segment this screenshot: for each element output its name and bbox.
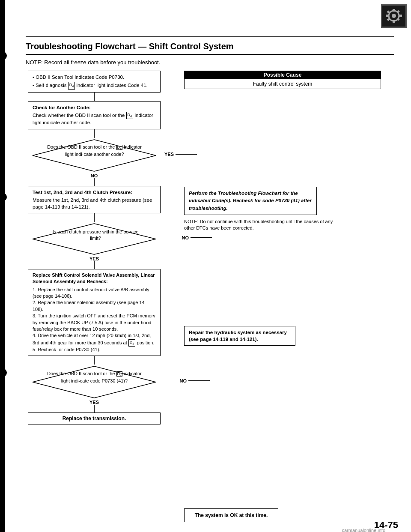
replace-title: Replace Shift Control Solenoid Valve Ass… [33, 272, 156, 285]
v-connector-4 [94, 213, 95, 222]
left-bullet-1 [0, 51, 7, 60]
box-obd-bullet2: • Self-diagnosis D4 indicator light indi… [33, 82, 156, 90]
no-label-2: NO [182, 235, 189, 240]
diamond3-svg: Does the OBD II scan tool or the D4 indi… [29, 365, 160, 400]
repair-text: Repair the hydraulic system as necessary… [189, 330, 287, 342]
logo-area [381, 4, 407, 28]
box-ok: The system is OK at this time. [184, 508, 278, 522]
perform-text: Perform the Troubleshooting Flowchart fo… [189, 191, 312, 211]
v-connector-3 [94, 178, 95, 186]
no-hline-2 [191, 237, 212, 238]
check-title: Check for Another Code: [33, 104, 156, 111]
top-rule [26, 36, 394, 37]
replace-step2: 2. Replace the linear solenoid assembly … [33, 299, 156, 313]
logo-icon [381, 4, 407, 28]
replace-step5: 5. Recheck for code P0730 (41). [33, 347, 156, 353]
page-note: NOTE: Record all freeze data before you … [26, 59, 394, 66]
no-arrow-2: NO [180, 235, 212, 240]
yes-arrow-1: YES [163, 152, 197, 157]
replace-step4: 4. Drive the vehicle at over 12 mph (20 … [33, 332, 156, 347]
page-container: Troubleshooting Flowchart — Shift Contro… [0, 0, 411, 532]
possible-cause-body: Faulty shift control system [184, 79, 381, 89]
box-check-code: Check for Another Code: Check whether th… [28, 101, 161, 129]
svg-point-1 [392, 14, 396, 18]
test-title: Test 1st, 2nd, 3rd and 4th Clutch Pressu… [33, 189, 156, 196]
d4-badge-2: D4 [126, 112, 134, 119]
perform-note: NOTE: Do not continue with this troubles… [184, 218, 342, 232]
yes-label-3: YES [89, 400, 99, 405]
diamond3-wrapper: Does the OBD II scan tool or the D4 indi… [28, 365, 161, 412]
left-bullet-2 [0, 193, 7, 201]
box-test-clutch: Test 1st, 2nd, 3rd and 4th Clutch Pressu… [28, 186, 161, 213]
left-flow: • OBD II Scan Tool indicates Code P0730.… [26, 71, 163, 424]
replace-step3: 3. Turn the ignition switch OFF and rese… [33, 313, 156, 332]
replace-step1: 1. Replace the shift control solenoid va… [33, 287, 156, 300]
yes-label-1: YES [164, 152, 174, 157]
box-obd-bullet1: • OBD II Scan Tool indicates Code P0730. [33, 74, 156, 81]
spacer-2 [176, 232, 381, 326]
yes-hline-1 [176, 154, 197, 155]
page-title: Troubleshooting Flowchart — Shift Contro… [26, 42, 394, 55]
svg-rect-2 [393, 9, 395, 12]
diamond2-wrapper: Is each clutch pressure within the servi… [28, 222, 161, 269]
v-connector-5 [94, 261, 95, 269]
no-hline-3 [188, 380, 210, 381]
no-label-1: NO [91, 173, 98, 178]
check-body: Check whether the OBD II scan tool or th… [33, 112, 156, 126]
spacer-1 [176, 93, 381, 187]
yes-label-2: YES [89, 256, 99, 261]
svg-rect-5 [399, 15, 402, 17]
box-replace-trans: Replace the transmission. [28, 412, 161, 424]
no-branch-1: NO [89, 173, 100, 186]
v-connector-7 [94, 405, 95, 412]
no-arrow-3: NO [178, 378, 210, 383]
yes-branch-3: YES [88, 400, 101, 412]
flowchart-area: • OBD II Scan Tool indicates Code P0730.… [26, 71, 394, 522]
v-connector-6 [94, 356, 95, 365]
left-bar [0, 0, 5, 532]
possible-cause-container: Possible Cause Faulty shift control syst… [184, 71, 381, 89]
right-panel: Possible Cause Faulty shift control syst… [176, 71, 381, 522]
test-body: Measure the 1st, 2nd, 3rd and 4th clutch… [33, 197, 156, 210]
possible-cause-header: Possible Cause [184, 71, 381, 79]
ok-text: The system is OK at this time. [195, 512, 268, 518]
box-repair: Repair the hydraulic system as necessary… [184, 326, 295, 346]
v-connector-1 [94, 93, 95, 101]
yes-branch-2: YES [88, 256, 101, 269]
watermark: carmanualonline.info [342, 528, 385, 532]
repair-box-container: Repair the hydraulic system as necessary… [184, 326, 381, 346]
d4-badge-3: D4 [128, 339, 136, 347]
replace-trans-text: Replace the transmission. [63, 415, 126, 421]
perform-box-container: Perform the Troubleshooting Flowchart fo… [184, 187, 334, 232]
diamond1-svg: Does the OBD II scan tool or the D4 indi… [29, 138, 160, 173]
box-perform: Perform the Troubleshooting Flowchart fo… [184, 187, 317, 215]
v-connector-2 [94, 129, 95, 138]
box-replace-solenoid: Replace Shift Control Solenoid Valve Ass… [28, 269, 161, 356]
diamond2-svg: Is each clutch pressure within the servi… [29, 222, 160, 256]
left-bullet-3 [0, 368, 7, 377]
ok-box-container: The system is OK at this time. [184, 508, 381, 522]
svg-rect-3 [393, 20, 395, 23]
spacer-3 [176, 346, 381, 508]
diamond1-wrapper: Does the OBD II scan tool or the D4 indi… [28, 138, 161, 186]
box-obd-entry: • OBD II Scan Tool indicates Code P0730.… [28, 71, 161, 93]
svg-rect-4 [386, 15, 388, 17]
d4-badge-1: D4 [68, 82, 75, 89]
no-label-3: NO [180, 378, 187, 383]
